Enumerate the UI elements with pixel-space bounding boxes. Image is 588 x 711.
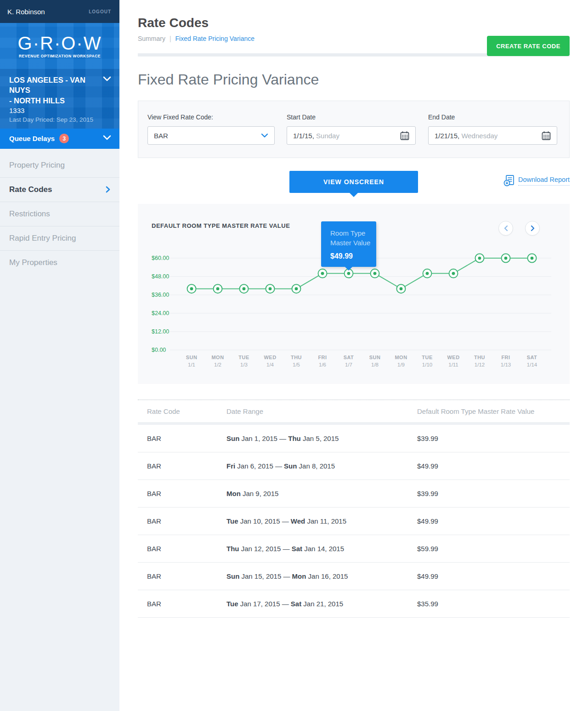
cell-date-range: Sun Jan 15, 2015 — Mon Jan 16, 2015 — [226, 572, 417, 580]
table-row: BARSun Jan 15, 2015 — Mon Jan 16, 2015$4… — [138, 563, 570, 590]
ytick-label: $48.00 — [152, 273, 169, 280]
xtick-date: 1/6 — [319, 362, 326, 367]
rate-code-label: View Fixed Rate Code: — [147, 113, 275, 121]
ytick-label: $12.00 — [152, 328, 169, 335]
main-content: Rate Codes CREATE RATE CODE Summary | Fi… — [119, 0, 588, 711]
calendar-icon[interactable] — [400, 131, 409, 141]
cell-date-range: Fri Jan 6, 2015 — Sun Jan 8, 2015 — [226, 462, 417, 470]
xtick-date: 1/8 — [371, 362, 379, 367]
xtick-day: SUN — [369, 355, 381, 360]
end-date-value: 1/21/15, Wednesday — [435, 132, 542, 140]
start-date-input[interactable]: 1/1/15, Sunday — [287, 126, 416, 145]
xtick-day: THU — [474, 355, 485, 360]
xtick-date: 1/10 — [422, 362, 432, 367]
queue-delays-toggle[interactable]: Queue Delays 3 — [0, 129, 119, 149]
property-selector[interactable]: LOS ANGELES - VAN NUYS - NORTH HILLS 133… — [0, 69, 119, 129]
chart-point-dot — [478, 257, 481, 260]
chart-panel: $60.00$48.00$36.00$24.00$12.00$0.00SUN1/… — [138, 204, 570, 384]
chevron-right-icon — [106, 186, 110, 193]
view-onscreen-button[interactable]: VIEW ONSCREEN — [289, 171, 418, 193]
xtick-day: FRI — [318, 355, 327, 360]
xtick-date: 1/1 — [188, 362, 195, 367]
sidebar-item-label: Rate Codes — [9, 185, 52, 194]
ytick-label: $0.00 — [152, 347, 166, 353]
xtick-day: TUE — [238, 355, 249, 360]
create-rate-code-button[interactable]: CREATE RATE CODE — [487, 36, 570, 56]
cell-rate-code: BAR — [147, 490, 226, 497]
breadcrumb-summary-link[interactable]: Summary — [138, 35, 165, 42]
chevron-down-icon — [103, 76, 111, 81]
xtick-date: 1/12 — [475, 362, 485, 367]
cell-date-range: Sun Jan 1, 2015 — Thu Jan 5, 2015 — [226, 434, 417, 442]
xtick-day: MON — [211, 355, 224, 360]
download-report-icon — [503, 175, 514, 186]
table-row: BARTue Jan 10, 2015 — Wed Jan 11, 2015$4… — [138, 508, 570, 535]
xtick-date: 1/3 — [240, 362, 248, 367]
table-row: BARFri Jan 6, 2015 — Sun Jan 8, 2015$49.… — [138, 452, 570, 480]
end-date-label: End Date — [428, 113, 557, 121]
cell-rate-code: BAR — [147, 462, 226, 470]
xtick-day: SAT — [344, 355, 354, 360]
sidebar-item-rapid-entry-pricing[interactable]: Rapid Entry Pricing — [0, 226, 119, 250]
calendar-icon[interactable] — [542, 131, 551, 141]
end-date-input[interactable]: 1/21/15, Wednesday — [428, 126, 557, 145]
sidebar-item-rate-codes[interactable]: Rate Codes — [0, 177, 119, 202]
sidebar-item-label: Property Pricing — [9, 161, 65, 169]
cell-rate-code: BAR — [147, 600, 226, 608]
xtick-day: TUE — [422, 355, 433, 360]
cell-date-range: Mon Jan 9, 2015 — [226, 490, 417, 497]
chart-point-dot — [504, 257, 508, 260]
brand-wordmark: G·R·O·W — [18, 34, 102, 52]
table-row: BARThu Jan 12, 2015 — Sat Jan 14, 2015$5… — [138, 535, 570, 563]
page-title: Fixed Rate Pricing Variance — [138, 71, 570, 88]
page-header-title: Rate Codes — [138, 16, 570, 30]
chart-point-dot — [400, 287, 403, 290]
download-report-link[interactable]: Download Report — [503, 175, 570, 186]
cell-date-range: Thu Jan 12, 2015 — Sat Jan 14, 2015 — [226, 545, 417, 553]
start-date-label: Start Date — [287, 113, 416, 121]
filter-panel: View Fixed Rate Code: BAR Start Date 1/1… — [138, 101, 570, 158]
chart-point-dot — [190, 287, 193, 290]
ytick-label: $36.00 — [152, 292, 169, 298]
xtick-date: 1/4 — [266, 362, 274, 367]
xtick-day: SAT — [527, 355, 537, 360]
chart-point-dot — [243, 287, 246, 290]
chevron-down-icon — [261, 133, 268, 138]
brand-tagline: REVENUE OPTIMIZATION WORKSPACE — [19, 54, 101, 58]
user-bar: K. Robinson LOGOUT — [0, 0, 119, 23]
chart-next-button[interactable] — [525, 221, 540, 236]
rate-code-select[interactable]: BAR — [147, 126, 275, 145]
chart-point-dot — [321, 272, 324, 275]
chevron-down-icon — [103, 135, 111, 140]
rate-code-filter: View Fixed Rate Code: BAR — [147, 113, 275, 145]
user-name: K. Robinson — [7, 8, 45, 16]
sidebar-item-restrictions[interactable]: Restrictions — [0, 202, 119, 226]
property-last-priced: Last Day Priced: Sep 23, 2015 — [9, 116, 101, 123]
ytick-label: $24.00 — [152, 310, 169, 316]
xtick-day: FRI — [501, 355, 510, 360]
column-header-date-range: Date Range — [226, 407, 417, 415]
chart-point-dot — [216, 287, 220, 290]
sidebar-item-label: My Properties — [9, 258, 57, 267]
chart-prev-button[interactable] — [498, 221, 513, 236]
cell-date-range: Tue Jan 17, 2015 — Sat Jan 21, 2015 — [226, 600, 417, 608]
rate-code-value: BAR — [154, 132, 261, 140]
end-date-filter: End Date 1/21/15, Wednesday — [428, 113, 557, 145]
tooltip-value: $49.99 — [330, 252, 371, 260]
xtick-day: THU — [291, 355, 302, 360]
cell-rate-value: $39.99 — [417, 490, 570, 497]
cell-rate-code: BAR — [147, 517, 226, 525]
cell-rate-value: $35.99 — [417, 600, 570, 608]
rate-table-header: Rate Code Date Range Default Room Type M… — [138, 400, 570, 422]
cell-rate-value: $59.99 — [417, 545, 570, 553]
sidebar-item-property-pricing[interactable]: Property Pricing — [0, 153, 119, 177]
sidebar-item-my-properties[interactable]: My Properties — [0, 250, 119, 275]
sidebar-nav: Property PricingRate CodesRestrictionsRa… — [0, 149, 119, 275]
xtick-date: 1/11 — [448, 362, 458, 367]
chart-point-dot — [426, 272, 429, 275]
start-date-filter: Start Date 1/1/15, Sunday — [287, 113, 416, 145]
cell-rate-value: $39.99 — [417, 434, 570, 442]
ytick-label: $60.00 — [152, 255, 169, 261]
logout-button[interactable]: LOGOUT — [89, 9, 111, 14]
xtick-date: 1/9 — [397, 362, 405, 367]
